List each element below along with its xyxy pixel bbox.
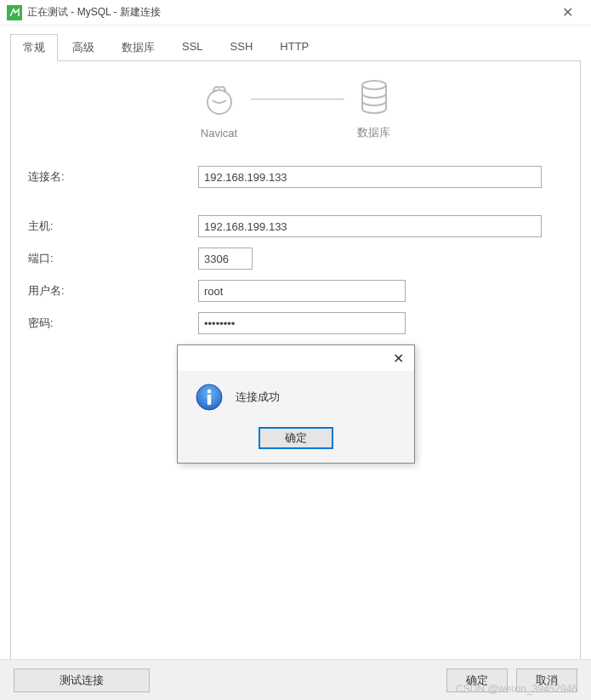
- port-label: 端口:: [28, 251, 198, 266]
- password-input[interactable]: [198, 312, 406, 334]
- window-close-button[interactable]: ✕: [550, 0, 584, 26]
- diagram-navicat-label: Navicat: [201, 127, 237, 139]
- connection-form: 连接名: 主机: 端口: 用户名: 密码: ✓ 保存密码: [11, 149, 580, 367]
- message-ok-button[interactable]: 确定: [259, 427, 333, 449]
- message-text: 连接成功: [236, 390, 280, 405]
- tab-http[interactable]: HTTP: [267, 34, 321, 61]
- diagram-navicat: Navicat: [201, 80, 238, 139]
- tab-general[interactable]: 常规: [10, 34, 58, 61]
- diagram-connector-line: [251, 99, 344, 100]
- tab-bar: 常规 高级 数据库 SSL SSH HTTP: [0, 26, 591, 61]
- titlebar: 正在测试 - MySQL - 新建连接 ✕: [0, 0, 591, 26]
- navicat-icon: [201, 80, 238, 120]
- tab-ssl[interactable]: SSL: [169, 34, 216, 61]
- diagram-database: 数据库: [357, 78, 391, 140]
- password-label: 密码:: [28, 316, 198, 331]
- port-input[interactable]: [198, 248, 253, 270]
- svg-point-2: [362, 81, 386, 89]
- svg-point-4: [207, 390, 211, 393]
- message-dialog: ✕ 连接成功 确定: [177, 344, 415, 464]
- tab-advanced[interactable]: 高级: [60, 34, 107, 61]
- diagram-database-label: 数据库: [357, 125, 390, 140]
- conn-name-label: 连接名:: [28, 169, 198, 185]
- database-icon: [357, 78, 391, 118]
- test-connection-button[interactable]: 测试连接: [14, 669, 150, 692]
- connection-diagram: Navicat 数据库: [11, 61, 580, 149]
- user-label: 用户名:: [28, 283, 198, 299]
- svg-rect-5: [207, 395, 211, 405]
- user-input[interactable]: [198, 280, 406, 302]
- watermark: CSDN @weixin_39452946: [456, 683, 577, 695]
- host-label: 主机:: [28, 219, 198, 234]
- app-icon: [7, 5, 22, 20]
- message-dialog-titlebar: ✕: [178, 345, 414, 371]
- tab-database[interactable]: 数据库: [109, 34, 168, 61]
- conn-name-input[interactable]: [198, 166, 542, 188]
- host-input[interactable]: [198, 215, 542, 237]
- info-icon: [195, 383, 224, 412]
- tab-ssh[interactable]: SSH: [218, 34, 266, 61]
- svg-rect-0: [7, 5, 22, 20]
- message-close-button[interactable]: ✕: [389, 350, 407, 367]
- window-title: 正在测试 - MySQL - 新建连接: [27, 5, 550, 20]
